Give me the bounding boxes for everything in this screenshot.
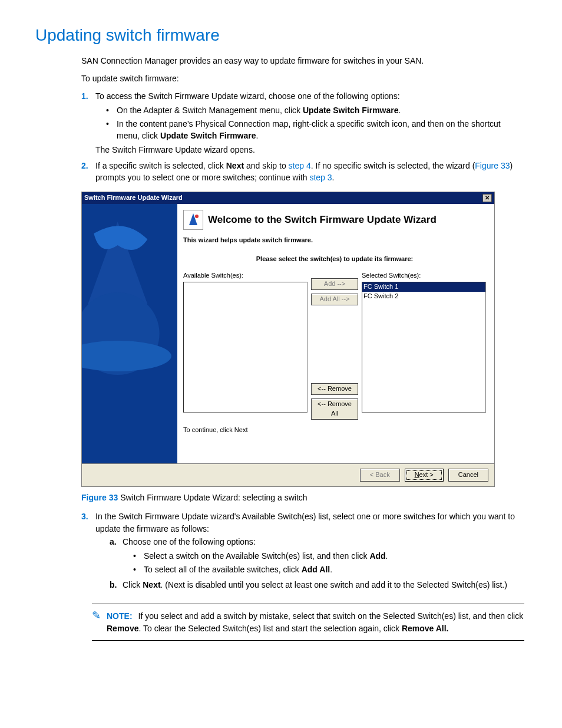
intro-paragraph-1: SAN Connection Manager provides an easy …	[81, 55, 524, 67]
link-step-3[interactable]: step 3	[309, 173, 332, 182]
wizard-prompt: Please select the switch(es) to update i…	[183, 255, 486, 264]
svg-point-6	[195, 215, 199, 218]
step-3b-text: Click Next. (Next is disabled until you …	[123, 579, 507, 591]
available-switches-list[interactable]	[183, 282, 308, 413]
page-title: Updating switch firmware	[35, 24, 527, 48]
bullet-icon: •	[106, 118, 117, 142]
list-item[interactable]: FC Switch 2	[362, 292, 485, 301]
wizard-subtitle: This wizard helps update switch firmware…	[183, 236, 486, 245]
remove-button[interactable]: <-- Remove	[311, 383, 358, 395]
selected-switches-label: Selected Switch(es):	[362, 271, 486, 281]
list-marker: 2.	[81, 160, 95, 184]
list-marker: 3.	[81, 510, 95, 593]
step-2-text: If a specific switch is selected, click …	[95, 160, 524, 184]
wizard-sidebar-graphic	[82, 204, 177, 463]
wizard-dialog: Switch Firmware Update Wizard ✕	[81, 192, 495, 487]
step-1-bullet-1: On the Adapter & Switch Management menu,…	[117, 104, 401, 116]
step-3a-bullet-2: To select all of the available switches,…	[144, 564, 332, 575]
wizard-continue-hint: To continue, click Next	[183, 426, 486, 435]
step-1-text: To access the Switch Firmware Update wiz…	[95, 91, 400, 101]
wizard-heading: Welcome to the Switch Firmware Update Wi…	[208, 213, 437, 228]
step-1-after: The Switch Firmware Update wizard opens.	[95, 144, 524, 156]
selected-switches-list[interactable]: FC Switch 1 FC Switch 2	[362, 282, 486, 413]
available-switches-label: Available Switch(es):	[183, 271, 308, 281]
step-3-text: In the Switch Firmware Update wizard's A…	[95, 512, 515, 533]
back-button[interactable]: < Back	[360, 469, 400, 482]
link-step-4[interactable]: step 4	[289, 161, 311, 170]
cancel-button[interactable]: Cancel	[448, 469, 488, 482]
wizard-title: Switch Firmware Update Wizard	[84, 193, 183, 203]
figure-caption: Figure 33 Switch Firmware Update Wizard:…	[81, 492, 527, 503]
close-icon[interactable]: ✕	[482, 194, 492, 202]
step-3a-text: Choose one of the following options:	[123, 537, 256, 546]
note-text: NOTE:If you select and add a switch by m…	[107, 610, 524, 634]
step-3a-bullet-1: Select a switch on the Available Switch(…	[144, 550, 388, 562]
add-all-button[interactable]: Add All -->	[311, 294, 358, 305]
list-marker: b.	[110, 579, 123, 591]
list-marker: 1.	[81, 90, 95, 156]
add-button[interactable]: Add -->	[311, 278, 358, 290]
intro-paragraph-2: To update switch firmware:	[81, 73, 524, 84]
bullet-icon: •	[133, 564, 144, 575]
divider	[92, 604, 524, 604]
remove-all-button[interactable]: <-- Remove All	[311, 398, 358, 420]
bullet-icon: •	[106, 104, 117, 116]
divider	[92, 640, 524, 641]
note-icon: ✎	[92, 610, 101, 634]
wizard-icon	[183, 210, 203, 230]
next-button[interactable]: Next >	[405, 469, 444, 482]
list-item[interactable]: FC Switch 1	[362, 282, 485, 292]
bullet-icon: •	[133, 550, 144, 562]
link-figure-33[interactable]: Figure 33	[475, 161, 510, 170]
list-marker: a.	[110, 536, 123, 578]
step-1-bullet-2: In the content pane's Physical Connectio…	[117, 118, 524, 142]
